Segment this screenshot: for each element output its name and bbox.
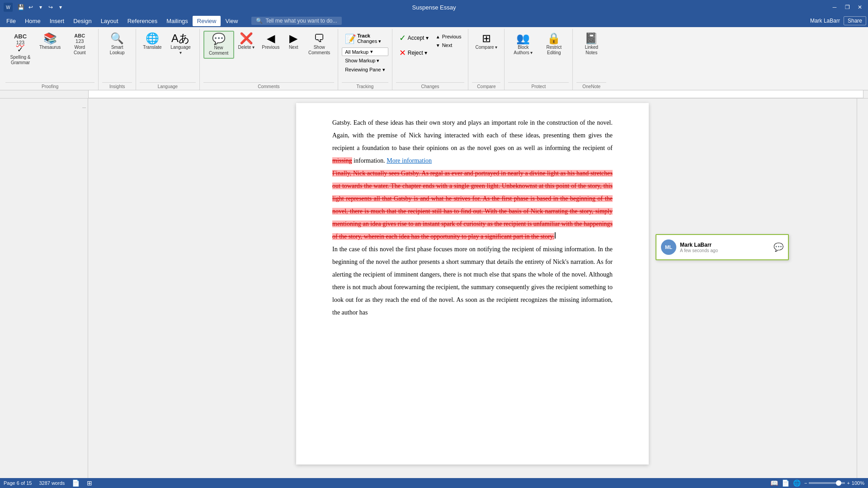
redo-button[interactable]: ↪ — [46, 3, 55, 12]
zoom-level: 100% — [852, 480, 864, 486]
show-comments-button[interactable]: 🗨 Show Comments — [304, 31, 334, 58]
search-placeholder: Tell me what you want to do... — [265, 18, 337, 24]
ruler-inner: // Will be rendered via CSS pseudo or st… — [88, 90, 863, 98]
comment-author-name: Mark LaBarr — [680, 242, 718, 248]
view-mode-read-button[interactable]: 📖 — [770, 479, 778, 487]
restore-button[interactable]: ❐ — [843, 3, 852, 12]
save-button[interactable]: 💾 — [16, 3, 25, 12]
accept-label: Accept ▾ — [408, 35, 429, 41]
ribbon: ABC 123 ✓ Spelling & Grammar 📚 Thesaurus… — [0, 27, 868, 90]
previous-comment-label: Previous — [262, 45, 279, 50]
new-comment-label: New Comment — [207, 45, 231, 56]
zoom-slider[interactable] — [809, 482, 845, 484]
customize-qa-button[interactable]: ▾ — [56, 3, 65, 12]
view-mode-print-button[interactable]: 📄 — [782, 479, 789, 487]
document-page[interactable]: Gatsby. Each of these ideas has their ow… — [296, 103, 649, 465]
menu-review[interactable]: Review — [193, 16, 221, 26]
spelling-check-icon: 123 — [16, 40, 24, 45]
next-comment-button[interactable]: ▶ Next — [283, 31, 303, 52]
compare-button[interactable]: ⊞ Compare ▾ — [472, 31, 500, 52]
document-area[interactable]: Gatsby. Each of these ideas has their ow… — [88, 99, 857, 478]
left-sidebar — [0, 99, 88, 478]
status-right: 📖 📄 🌐 − + 100% — [770, 479, 864, 487]
ribbon-group-changes: ✓ Accept ▾ ✕ Reject ▾ ▲ Previous ▼ — [392, 29, 469, 90]
comment-avatar: ML — [661, 239, 676, 255]
menu-layout[interactable]: Layout — [96, 16, 123, 26]
share-button[interactable]: Share — [844, 16, 866, 25]
delete-icon: ❌ — [240, 33, 253, 44]
user-name[interactable]: Mark LaBarr — [810, 18, 840, 24]
menu-design[interactable]: Design — [69, 16, 96, 26]
reviewing-pane-button[interactable]: Reviewing Pane ▾ — [342, 66, 388, 74]
track-changes-button[interactable]: 📝 Track Changes ▾ — [342, 31, 388, 47]
para1-text: Gatsby. Each of these ideas has their ow… — [332, 119, 613, 151]
block-authors-button[interactable]: 👥 Block Authors ▾ — [508, 31, 538, 58]
menu-file[interactable]: File — [2, 16, 20, 26]
ribbon-group-language: 🌐 Translate Aあ Language ▾ Language — [136, 29, 199, 90]
changes-group-label: Changes — [396, 82, 465, 90]
menu-insert[interactable]: Insert — [45, 16, 69, 26]
previous-change-button[interactable]: ▲ Previous — [433, 33, 465, 41]
comment-author-section: ML Mark LaBarr A few seconds ago — [661, 239, 718, 255]
more-information-link[interactable]: More information — [387, 157, 432, 164]
para1-continuation: information. — [352, 157, 387, 164]
ribbon-group-compare: ⊞ Compare ▾ Compare — [468, 29, 505, 90]
accept-button[interactable]: ✓ Accept ▾ — [396, 31, 432, 45]
language-label: Language ▾ — [169, 45, 193, 56]
next-change-button[interactable]: ▼ Next — [433, 41, 465, 49]
layout-view-icon: ⊞ — [87, 479, 92, 487]
word-count-indicator: 3287 words — [39, 480, 65, 486]
restrict-editing-button[interactable]: 🔒 Restrict Editing — [539, 31, 569, 58]
menu-view[interactable]: View — [221, 16, 242, 26]
linked-notes-button[interactable]: 📓 Linked Notes — [576, 31, 606, 58]
comment-balloon[interactable]: ML Mark LaBarr A few seconds ago 💬 — [656, 234, 789, 260]
language-button[interactable]: Aあ Language ▾ — [166, 31, 196, 58]
markup-dropdown[interactable]: All Markup ▾ — [342, 47, 388, 56]
next-comment-label: Next — [289, 45, 298, 50]
right-panel — [857, 99, 868, 478]
paragraph-1[interactable]: Gatsby. Each of these ideas has their ow… — [332, 117, 613, 167]
undo-button[interactable]: ↩ — [26, 3, 35, 12]
para3-text: In the case of this novel the first phas… — [332, 246, 613, 316]
undo-dropdown[interactable]: ▾ — [36, 3, 45, 12]
menu-home[interactable]: Home — [20, 16, 45, 26]
restrict-editing-icon: 🔒 — [547, 33, 561, 44]
block-authors-label: Block Authors ▾ — [511, 45, 535, 56]
word-count-button[interactable]: ABC 123 Word Count — [65, 31, 94, 58]
zoom-out-button[interactable]: − — [804, 480, 807, 486]
translate-button[interactable]: 🌐 Translate — [140, 31, 165, 52]
minimize-button[interactable]: ─ — [830, 3, 839, 12]
zoom-in-button[interactable]: + — [847, 480, 849, 486]
search-box[interactable]: 🔍 Tell me what you want to do... — [251, 17, 341, 25]
close-button[interactable]: ✕ — [855, 3, 864, 12]
ribbon-group-insights: 🔍 Smart Lookup Insights — [99, 29, 136, 90]
delete-comment-button[interactable]: ❌ Delete ▾ — [235, 31, 258, 52]
document-mode-icon: 📄 — [72, 479, 80, 487]
view-mode-web-button[interactable]: 🌐 — [793, 479, 801, 487]
menu-mailings[interactable]: Mailings — [162, 16, 193, 26]
spelling-grammar-button[interactable]: ABC 123 ✓ Spelling & Grammar — [5, 31, 35, 68]
prev-arrow-icon: ▲ — [436, 34, 440, 39]
smart-lookup-button[interactable]: 🔍 Smart Lookup — [102, 31, 132, 58]
word-app-icon: W — [4, 3, 13, 12]
search-icon: 🔍 — [256, 18, 263, 24]
reject-button[interactable]: ✕ Reject ▾ — [396, 46, 432, 60]
paragraph-2-deleted[interactable]: Finally, Nick actually sees Gatsby. As r… — [332, 167, 613, 243]
thesaurus-button[interactable]: 📚 Thesaurus — [36, 31, 64, 52]
previous-comment-button[interactable]: ◀ Previous — [259, 31, 283, 52]
count-icon: 123 — [75, 38, 84, 44]
translate-label: Translate — [143, 45, 161, 50]
ribbon-group-protect: 👥 Block Authors ▾ 🔒 Restrict Editing Pro… — [505, 29, 573, 90]
comment-reply-button[interactable]: 💬 — [774, 242, 783, 252]
abc-count-icon: ABC — [74, 33, 85, 38]
new-comment-button[interactable]: 💬 New Comment — [203, 31, 234, 59]
track-changes-sublabel: Changes ▾ — [357, 38, 381, 44]
next-arrow-icon: ▼ — [436, 43, 440, 48]
linked-notes-icon: 📓 — [585, 33, 598, 44]
paragraph-3[interactable]: In the case of this novel the first phas… — [332, 243, 613, 319]
menu-references[interactable]: References — [123, 16, 162, 26]
text-cursor — [555, 232, 556, 239]
show-markup-button[interactable]: Show Markup ▾ — [342, 56, 388, 65]
comments-group-label: Comments — [203, 82, 335, 90]
thesaurus-label: Thesaurus — [39, 45, 61, 50]
